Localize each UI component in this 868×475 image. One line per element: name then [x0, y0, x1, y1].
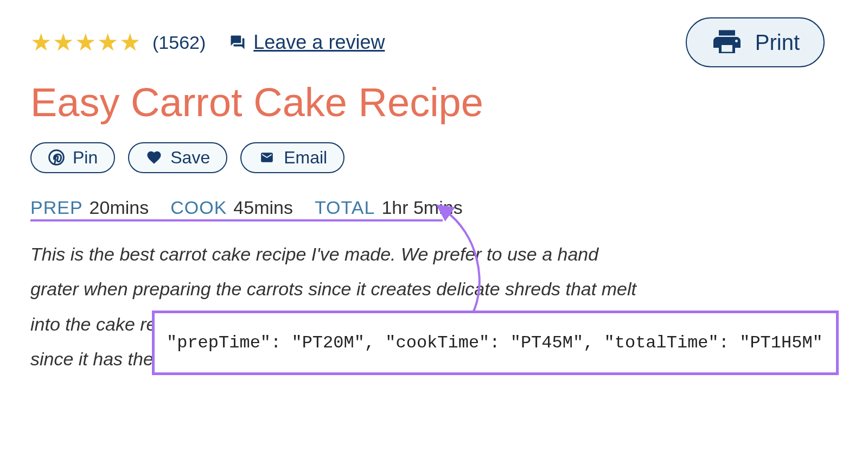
- save-label: Save: [170, 148, 210, 168]
- recipe-times: PREP 20mins COOK 45mins TOTAL 1hr 5mins: [30, 197, 838, 218]
- schema-code-text: "prepTime": "PT20M", "cookTime": "PT45M"…: [167, 333, 823, 353]
- pin-button[interactable]: Pin: [30, 142, 115, 173]
- cook-label: COOK: [170, 197, 227, 218]
- star-icon: ★: [30, 30, 52, 54]
- page-title: Easy Carrot Cake Recipe: [30, 81, 838, 124]
- action-button-row: Pin Save Email: [30, 142, 838, 173]
- total-label: TOTAL: [315, 197, 375, 218]
- pinterest-icon: [48, 149, 65, 166]
- cook-time: COOK 45mins: [170, 197, 293, 218]
- heart-icon: [145, 149, 163, 166]
- email-label: Email: [284, 148, 327, 168]
- print-icon: [711, 26, 743, 59]
- star-icon: ★: [97, 30, 118, 54]
- total-time: TOTAL 1hr 5mins: [315, 197, 463, 218]
- pin-label: Pin: [73, 148, 98, 168]
- schema-code-overlay: "prepTime": "PT20M", "cookTime": "PT45M"…: [152, 311, 839, 375]
- save-button[interactable]: Save: [128, 142, 227, 173]
- rating-row: ★ ★ ★ ★ ★ (1562) Leave a review: [30, 30, 385, 54]
- email-icon: [258, 150, 276, 164]
- leave-review[interactable]: Leave a review: [228, 31, 385, 54]
- review-link-label: Leave a review: [253, 31, 385, 54]
- star-icon: ★: [119, 30, 141, 54]
- prep-label: PREP: [30, 197, 83, 218]
- comment-icon: [228, 34, 247, 50]
- star-icon: ★: [53, 30, 74, 54]
- total-value: 1hr 5mins: [381, 197, 462, 218]
- prep-time: PREP 20mins: [30, 197, 149, 218]
- email-button[interactable]: Email: [240, 142, 344, 173]
- top-bar: ★ ★ ★ ★ ★ (1562) Leave a review Print: [30, 17, 838, 67]
- star-rating: ★ ★ ★ ★ ★: [30, 30, 141, 54]
- print-label: Print: [755, 30, 800, 55]
- star-icon: ★: [75, 30, 96, 54]
- cook-value: 45mins: [233, 197, 293, 218]
- annotation-underline: [30, 219, 443, 221]
- rating-count: (1562): [152, 32, 206, 53]
- print-button[interactable]: Print: [686, 17, 825, 67]
- prep-value: 20mins: [90, 197, 149, 218]
